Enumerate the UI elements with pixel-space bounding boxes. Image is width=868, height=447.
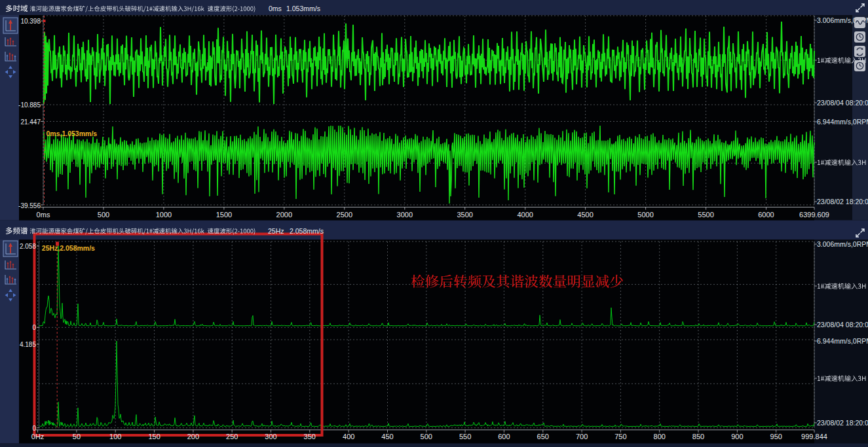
svg-text:23/08/02 18:20:00: 23/08/02 18:20:00 (817, 419, 868, 427)
svg-text:1.053mm/s: 1.053mm/s (286, 5, 320, 12)
svg-text:10.398: 10.398 (20, 18, 41, 25)
svg-text:3500: 3500 (457, 211, 472, 219)
svg-text:4000: 4000 (517, 211, 533, 219)
svg-text:400: 400 (343, 433, 354, 440)
svg-text:600: 600 (498, 433, 510, 440)
svg-text:0: 0 (32, 425, 36, 432)
svg-text:999.844: 999.844 (801, 433, 827, 440)
svg-text:350: 350 (304, 433, 316, 440)
svg-text:6399.609: 6399.609 (799, 211, 829, 219)
svg-text:0ms: 0ms (269, 5, 282, 12)
svg-text:5000: 5000 (637, 211, 653, 219)
svg-text:550: 550 (459, 433, 471, 440)
svg-text:0ms,1.053mm/s: 0ms,1.053mm/s (47, 130, 98, 137)
svg-text:6.944mm/s,0RPM: 6.944mm/s,0RPM (817, 118, 868, 126)
svg-text:1500: 1500 (216, 211, 232, 219)
svg-text:6000: 6000 (758, 211, 774, 219)
svg-text:50: 50 (73, 433, 81, 440)
svg-text:1000: 1000 (156, 211, 172, 219)
svg-text:-10.885: -10.885 (18, 101, 41, 109)
svg-text:750: 750 (614, 433, 626, 440)
svg-text:25Hz,2.058mm/s: 25Hz,2.058mm/s (42, 244, 95, 252)
svg-text:450: 450 (381, 433, 393, 440)
svg-text:5500: 5500 (698, 211, 713, 219)
svg-text:23/08/02 18:20:00: 23/08/02 18:20:00 (817, 198, 868, 206)
svg-text:250: 250 (226, 433, 238, 440)
svg-text:100: 100 (109, 433, 121, 440)
svg-text:150: 150 (148, 433, 160, 440)
svg-text:850: 850 (692, 433, 704, 440)
svg-text:2.058: 2.058 (20, 243, 36, 250)
svg-text:-39.556: -39.556 (18, 202, 41, 209)
svg-text:950: 950 (770, 433, 782, 440)
svg-text:650: 650 (537, 433, 549, 440)
svg-text:500: 500 (421, 433, 432, 440)
svg-text:25Hz: 25Hz (268, 227, 284, 235)
svg-text:6.944mm/s,0RPM: 6.944mm/s,0RPM (817, 337, 868, 345)
svg-text:0Hz: 0Hz (31, 433, 45, 440)
svg-text:3.006mm/s,0RPM: 3.006mm/s,0RPM (817, 240, 868, 248)
svg-text:2000: 2000 (276, 211, 292, 219)
svg-text:900: 900 (731, 433, 743, 440)
svg-text:2500: 2500 (337, 211, 352, 219)
svg-text:300: 300 (265, 433, 276, 440)
svg-text:23/08/04 08:20:00: 23/08/04 08:20:00 (817, 321, 868, 329)
svg-text:3000: 3000 (397, 211, 413, 219)
svg-text:0ms: 0ms (37, 211, 50, 219)
svg-text:0: 0 (32, 324, 36, 331)
svg-text:21.447: 21.447 (20, 118, 41, 126)
svg-text:23/08/04 08:20:00: 23/08/04 08:20:00 (817, 99, 868, 107)
svg-text:700: 700 (576, 433, 588, 440)
svg-text:500: 500 (98, 211, 109, 219)
svg-text:200: 200 (187, 433, 199, 440)
svg-text:4500: 4500 (577, 211, 593, 219)
svg-text:800: 800 (654, 433, 666, 440)
svg-text:2.058mm/s: 2.058mm/s (290, 227, 324, 235)
svg-text:4.185: 4.185 (20, 341, 36, 348)
